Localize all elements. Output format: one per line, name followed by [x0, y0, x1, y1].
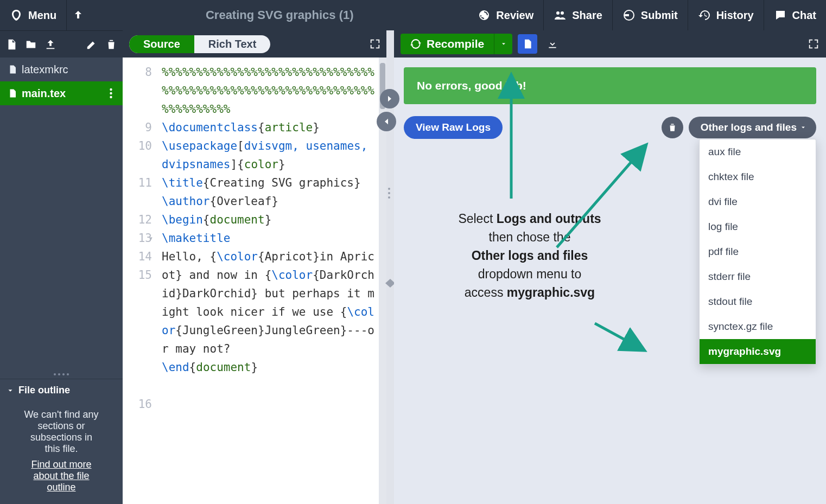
overleaf-logo-icon [10, 9, 23, 22]
view-toggle: Source Rich Text [129, 35, 270, 53]
up-level-icon [73, 9, 86, 22]
logs-outputs-button[interactable] [518, 34, 537, 54]
code-editor[interactable]: 8910111213141516 %%%%%%%%%%%%%%%%%%%%%%%… [123, 58, 386, 504]
recompile-dropdown[interactable] [494, 34, 512, 54]
workspace: latexmkrc main.tex File outline We can't… [0, 30, 826, 504]
download-icon [547, 39, 558, 49]
dropdown-item[interactable]: pdf file [700, 239, 816, 264]
top-toolbar: Menu Creating SVG graphics (1) A Review … [0, 0, 826, 30]
dropdown-item[interactable]: dvi file [700, 189, 816, 214]
review-label: Review [496, 9, 533, 22]
other-logs-dropdown-menu: aux filechktex filedvi filelog filepdf f… [699, 139, 816, 365]
submit-button[interactable]: Submit [612, 0, 688, 30]
sync-to-pdf-button[interactable] [380, 89, 399, 109]
menu-button[interactable]: Menu [0, 0, 66, 30]
toggle-rich-text[interactable]: Rich Text [194, 35, 271, 53]
instruction-bold: Other logs and files [472, 248, 588, 263]
outline-text: We can't find any [11, 409, 112, 420]
dropdown-item[interactable]: stdout file [700, 289, 816, 314]
document-icon [522, 39, 533, 49]
dropdown-item[interactable]: chktex file [700, 164, 816, 189]
file-icon [8, 64, 17, 75]
view-raw-logs-button[interactable]: View Raw Logs [404, 116, 503, 139]
outline-link-text: about the file [31, 470, 91, 482]
file-item-latexmkrc[interactable]: latexmkrc [0, 58, 123, 81]
submit-icon [622, 9, 636, 22]
new-file-icon[interactable] [5, 39, 17, 50]
outline-body: We can't find any sections or subsection… [0, 401, 123, 504]
outline-learn-more-link[interactable]: Find out more about the file outline [31, 459, 91, 493]
file-toolbar [0, 30, 123, 58]
editor-toolbar: Source Rich Text [123, 30, 386, 58]
history-button[interactable]: History [688, 0, 764, 30]
toggle-source[interactable]: Source [129, 35, 194, 53]
chat-label: Chat [792, 9, 816, 22]
history-icon [698, 9, 711, 22]
menu-label: Menu [28, 9, 56, 22]
file-icon [8, 88, 17, 99]
share-label: Share [572, 9, 602, 22]
panel-resize-handle[interactable] [0, 370, 123, 379]
svg-point-1 [110, 88, 112, 91]
recompile-button[interactable]: Recompile [401, 34, 494, 54]
share-icon [554, 9, 567, 22]
file-outline: File outline We can't find any sections … [0, 379, 123, 504]
outline-text: this file. [11, 443, 112, 455]
review-icon: A [478, 9, 491, 22]
instruction-span: then chose the [489, 230, 571, 244]
other-logs-dropdown-button[interactable]: Other logs and files [689, 117, 816, 138]
collapse-left-icon[interactable] [385, 279, 390, 288]
new-folder-icon[interactable] [25, 39, 37, 50]
recompile-label: Recompile [427, 37, 484, 50]
file-item-menu-icon[interactable] [106, 87, 115, 99]
svg-line-6 [595, 323, 643, 349]
caret-down-icon [500, 41, 507, 47]
outline-text: sections or [11, 420, 112, 432]
instruction-bold: mygraphic.svg [507, 285, 595, 299]
compile-status-banner: No errors, good job! [404, 67, 816, 104]
dropdown-item[interactable]: synctex.gz file [700, 314, 816, 339]
outline-toggle[interactable]: File outline [0, 379, 123, 401]
editor-fullscreen-icon[interactable] [369, 38, 381, 50]
code-content[interactable]: %%%%%%%%%%%%%%%%%%%%%%%%%%%%%%%%%%%%%%%%… [158, 58, 386, 504]
svg-point-3 [110, 96, 112, 98]
line-gutter: 8910111213141516 [123, 58, 158, 504]
review-button[interactable]: A Review [468, 0, 543, 30]
other-logs-label: Other logs and files [701, 122, 797, 133]
chevron-down-icon [7, 387, 14, 394]
preview-body: No errors, good job! View Raw Logs Other… [394, 58, 826, 504]
recompile-group: Recompile [401, 34, 512, 54]
rename-icon[interactable] [86, 39, 98, 50]
sync-to-code-button[interactable] [377, 112, 396, 131]
preview-fullscreen-icon[interactable] [808, 38, 819, 50]
chat-button[interactable]: Chat [764, 0, 826, 30]
arrow-right-icon [385, 94, 395, 104]
upload-icon[interactable] [45, 39, 56, 50]
up-button[interactable] [66, 0, 91, 30]
file-name: latexmkrc [22, 63, 68, 76]
outline-link-text: outline [31, 482, 91, 493]
dropdown-item[interactable]: log file [700, 214, 816, 239]
history-label: History [716, 9, 754, 22]
svg-text:A: A [481, 12, 485, 18]
outline-header-label: File outline [18, 385, 70, 396]
svg-point-2 [110, 92, 112, 94]
dropdown-item[interactable]: stderr file [700, 264, 816, 289]
refresh-icon [410, 39, 421, 49]
dropdown-item[interactable]: aux file [700, 139, 816, 164]
file-list: latexmkrc main.tex [0, 58, 123, 105]
instruction-span: Select [458, 212, 496, 226]
submit-label: Submit [641, 9, 678, 22]
outline-text: subsections in [11, 432, 112, 443]
download-pdf-button[interactable] [543, 34, 562, 54]
dropdown-item[interactable]: mygraphic.svg [700, 339, 816, 364]
clear-cache-button[interactable] [662, 117, 683, 138]
file-panel: latexmkrc main.tex File outline We can't… [0, 30, 123, 504]
file-item-main-tex[interactable]: main.tex [0, 81, 123, 105]
instruction-text: Select Logs and outputs then chose the O… [410, 209, 649, 302]
delete-icon[interactable] [105, 39, 117, 50]
trash-icon [668, 122, 677, 133]
arrow-left-icon [382, 117, 391, 126]
share-button[interactable]: Share [543, 0, 612, 30]
chat-icon [774, 9, 787, 22]
